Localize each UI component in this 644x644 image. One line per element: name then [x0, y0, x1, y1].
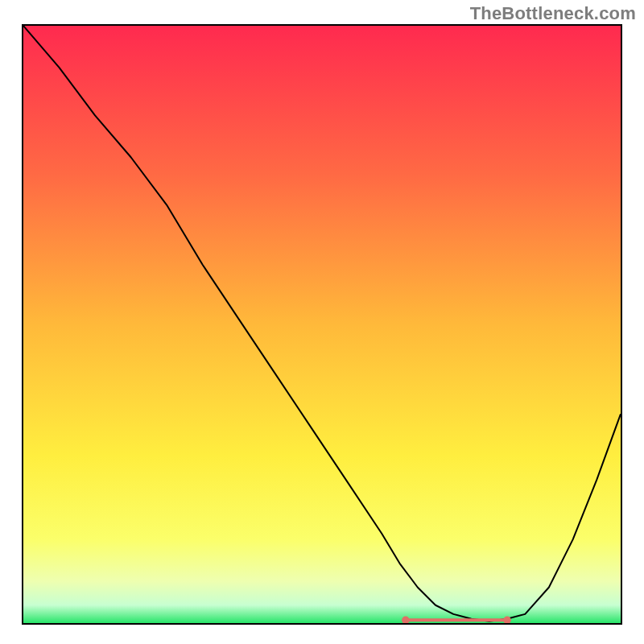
chart-svg — [23, 26, 621, 623]
gradient-background — [23, 26, 621, 623]
watermark-label: TheBottleneck.com — [470, 3, 636, 24]
plot-frame — [22, 24, 622, 625]
chart-stage: TheBottleneck.com — [0, 0, 644, 644]
